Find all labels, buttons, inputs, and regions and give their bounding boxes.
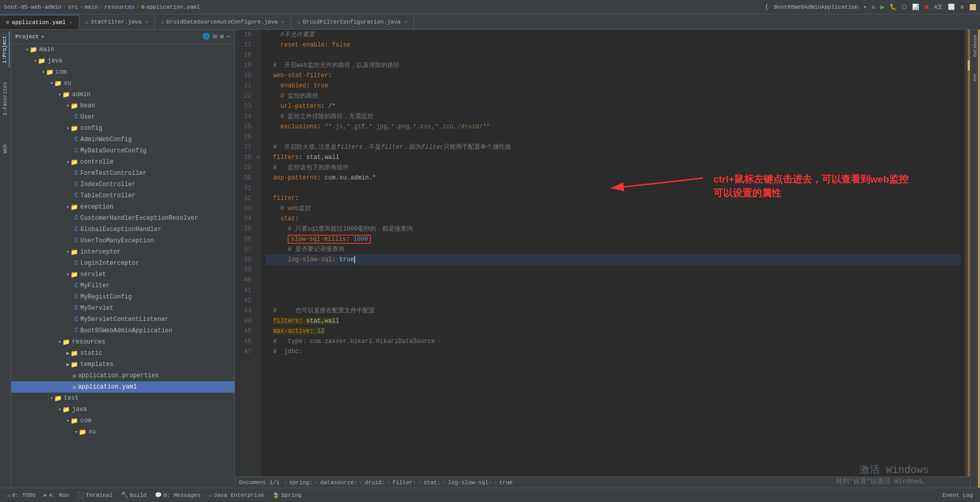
- tree-item-appprops[interactable]: ⚙ application.properties: [11, 370, 235, 381]
- tree-item-test-xu[interactable]: ▾ 📁 xu: [11, 426, 235, 438]
- tree-item-exception[interactable]: ▾ 📁 exception: [11, 201, 235, 213]
- sidebar-icon-hide[interactable]: —: [227, 33, 230, 40]
- folder-icon-resources: 📁: [62, 338, 70, 346]
- stop-icon[interactable]: ■: [924, 3, 928, 11]
- tree-item-user[interactable]: C User: [11, 111, 235, 123]
- run-icon[interactable]: ▶: [880, 3, 884, 11]
- tree-item-java[interactable]: ▾ 📁 java: [11, 55, 235, 66]
- line-numbers: 1617181920 2122232425 2627282930 3132333…: [235, 30, 254, 476]
- tree-item-controlle[interactable]: ▾ 📁 controlle: [11, 156, 235, 168]
- sidebar-icon-collapse[interactable]: ⊟: [213, 33, 217, 40]
- tree-label-myfilter: MyFilter: [80, 282, 110, 289]
- tree-item-test-com[interactable]: ▾ 📁 com: [11, 415, 235, 426]
- tree-item-bean[interactable]: ▾ 📁 bean: [11, 100, 235, 111]
- tree-item-admin[interactable]: ▾ 📁 admin: [11, 89, 235, 100]
- tree-item-resources[interactable]: ▾ 📁 resources: [11, 336, 235, 348]
- tab-druidfilter-close[interactable]: ✕: [404, 19, 407, 25]
- tree-label-test-java: java: [72, 406, 87, 413]
- tree-item-myservletcontent[interactable]: C MyServletContentListener: [11, 314, 235, 325]
- todo-item[interactable]: ⚠ 6: TODO: [4, 488, 39, 502]
- tree-label-admin: admin: [72, 91, 90, 98]
- coverage-icon[interactable]: ⬡: [902, 4, 907, 10]
- class-icon-login: C: [75, 260, 78, 267]
- sidebar-icon-globe[interactable]: 🌐: [202, 33, 210, 40]
- main-area: 1:Project 2:Favorites Web Project ▾ 🌐 ⊟ …: [0, 30, 980, 488]
- messages-item[interactable]: 💬 0: Messages: [152, 488, 204, 502]
- class-icon-myservletcontent: C: [75, 316, 78, 323]
- tree-item-test-java[interactable]: ▾ 📁 java: [11, 404, 235, 415]
- left-strip-favorites[interactable]: 2:Favorites: [2, 78, 9, 120]
- tree-item-static[interactable]: ▶ 📁 static: [11, 348, 235, 359]
- tree-item-adminwebconfig[interactable]: C AdminWebConfig: [11, 134, 235, 145]
- sidebar-icon-gear[interactable]: ⚙: [220, 33, 224, 40]
- tree-item-usertoomany[interactable]: C UserTooManyException: [11, 235, 235, 246]
- refresh-icon[interactable]: ↻: [872, 4, 875, 10]
- maximize-icon[interactable]: ⬜: [948, 4, 955, 10]
- tab-druiddatasource-close[interactable]: ✕: [282, 19, 285, 25]
- tab-yaml-close[interactable]: ✕: [69, 19, 73, 26]
- scrollbar[interactable]: [965, 30, 970, 476]
- folder-expand-com: ▾: [42, 69, 45, 75]
- tree-item-templates[interactable]: ▶ 📁 templates: [11, 359, 235, 370]
- dropdown-icon[interactable]: ▾: [864, 4, 867, 10]
- tree-item-indexcontroller[interactable]: C IndexController: [11, 179, 235, 190]
- class-icon-user: C: [75, 113, 78, 121]
- tree-label-myregistconfig: MyRegistConfig: [80, 293, 132, 301]
- java-tab-icon1: ☕: [85, 19, 88, 25]
- left-strip-project[interactable]: 1:Project: [1, 32, 10, 67]
- tree-item-xu[interactable]: ▾ 📁 xu: [11, 78, 235, 89]
- status-stat: stat:: [424, 480, 440, 486]
- code-line-25: exclusions: "*.js,*.gif,*.jpg,*.png,*.cs…: [266, 122, 961, 132]
- status-doc: Document 1/1: [239, 480, 279, 486]
- folder-expand-resources: ▾: [58, 339, 61, 345]
- tree-item-boot05app[interactable]: C Boot05WebAdminApplication: [11, 325, 235, 336]
- debug-icon[interactable]: 🐛: [890, 4, 897, 10]
- code-content[interactable]: #不允许重置 reset-enable: false # 开启web监控允许的路…: [262, 30, 965, 476]
- tab-statfilter[interactable]: ☕ StatFilter.java ✕: [79, 15, 155, 29]
- sidebar-dropdown[interactable]: ▾: [41, 33, 44, 40]
- tree-item-servlet[interactable]: ▾ 📁 servlet: [11, 269, 235, 280]
- class-icon-myfilter: C: [75, 282, 78, 289]
- tab-application-yaml[interactable]: ⚙ application.yaml ✕: [0, 15, 79, 29]
- terminal-item[interactable]: ⬛ Terminal: [74, 488, 116, 502]
- tree-item-mydatasource[interactable]: C MyDataSourceConfig: [11, 145, 235, 156]
- event-log-item[interactable]: Event Log: [940, 492, 976, 498]
- tree-item-com[interactable]: ▾ 📁 com: [11, 66, 235, 78]
- folder-expand-test-java: ▾: [58, 406, 61, 413]
- folder-expand-controlle: ▾: [66, 159, 69, 165]
- tree-item-myregistconfig[interactable]: C MyRegistConfig: [11, 291, 235, 303]
- tree-item-test[interactable]: ▾ 📁 test: [11, 393, 235, 404]
- tab-statfilter-close[interactable]: ✕: [145, 19, 148, 25]
- build-item[interactable]: 🔨 Build: [118, 488, 150, 502]
- editor-scroll-area[interactable]: 1617181920 2122232425 2627282930 3132333…: [235, 30, 970, 476]
- tree-label-index: IndexController: [80, 181, 135, 188]
- left-strip-web[interactable]: Web: [2, 140, 9, 157]
- tab-statfilter-label: StatFilter.java: [91, 19, 142, 25]
- java-enterprise-item[interactable]: ☕ Java Enterprise: [206, 488, 268, 502]
- tree-item-appyaml[interactable]: ⚙ application.yaml: [11, 381, 235, 393]
- tree-item-myservlet[interactable]: C MyServlet: [11, 303, 235, 314]
- profile-icon[interactable]: 📊: [912, 4, 919, 10]
- tree-item-globalexception[interactable]: C GlobalExceptionHandler: [11, 224, 235, 235]
- translate-icon[interactable]: A文: [934, 3, 943, 11]
- tree-label-user: User: [80, 113, 95, 121]
- tree-item-customerhandler[interactable]: C CustomerHandlerExceptionResolver: [11, 213, 235, 224]
- tree-item-myfilter[interactable]: C MyFilter: [11, 280, 235, 291]
- folder-expand-test: ▾: [50, 395, 53, 401]
- tree-item-logininterceptor[interactable]: C LoginInterceptor: [11, 258, 235, 269]
- tree-item-formtest[interactable]: C FormTestController: [11, 168, 235, 179]
- settings-icon[interactable]: ⚙: [960, 4, 964, 10]
- tab-druidfilter[interactable]: ☕ DruidFilterConfiguration.java ✕: [291, 15, 414, 29]
- tree-item-config[interactable]: ▾ 📁 config: [11, 123, 235, 134]
- tab-druiddatasource[interactable]: ☕ DruidDataSourceAutoConfigure.java ✕: [155, 15, 291, 29]
- vcs-icon[interactable]: ⟨: [764, 3, 768, 11]
- status-sep2: ›: [315, 480, 318, 486]
- tree-label-config: config: [80, 125, 102, 132]
- run-item[interactable]: ▶ 4: Run: [41, 488, 72, 502]
- class-icon-usertoomany: C: [75, 237, 78, 244]
- spring-item[interactable]: 🍃 Spring: [269, 488, 305, 502]
- tree-item-interceptor[interactable]: ▾ 📁 interceptor: [11, 246, 235, 258]
- tree-item-tablecontroller[interactable]: C TableController: [11, 190, 235, 201]
- code-line-20: web-stat-filter:: [266, 71, 961, 81]
- tree-item-main[interactable]: ▾ 📁 main: [11, 44, 235, 55]
